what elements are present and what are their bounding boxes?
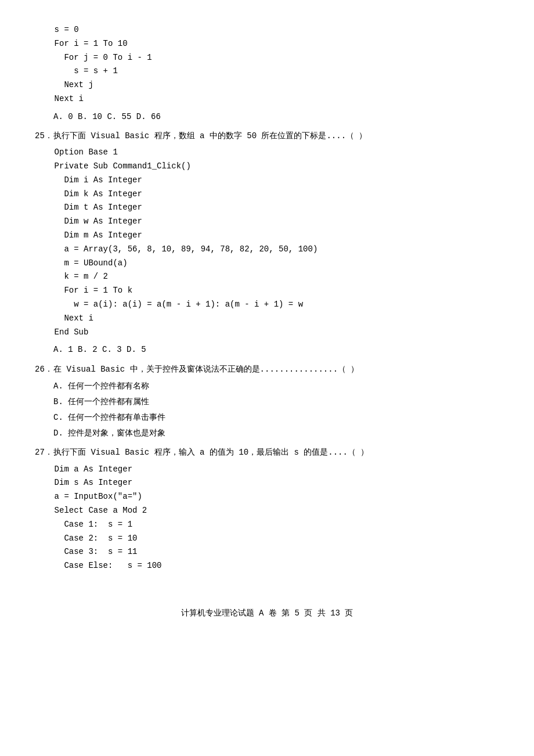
question-27-line: 27． 执行下面 Visual Basic 程序，输入 a 的值为 10，最后输… xyxy=(35,445,499,460)
q26-text: 在 Visual Basic 中，关于控件及窗体说法不正确的是.........… xyxy=(53,362,499,377)
question-26-line: 26． 在 Visual Basic 中，关于控件及窗体说法不正确的是.....… xyxy=(35,362,499,377)
page-content: s = 0 For i = 1 To 10 For j = 0 To i - 1… xyxy=(35,23,499,618)
page-footer: 计算机专业理论试题 A 卷 第 5 页 共 13 页 xyxy=(35,608,499,618)
question-25-line: 25． 执行下面 Visual Basic 程序，数组 a 中的数字 50 所在… xyxy=(35,129,499,143)
q26-option-a: A. 任何一个控件都有名称 xyxy=(53,379,499,394)
q26-option-b: B. 任何一个控件都有属性 xyxy=(53,395,499,409)
q26-option-d: D. 控件是对象，窗体也是对象 xyxy=(53,426,499,441)
q26-option-c: C. 任何一个控件都有单击事件 xyxy=(53,411,499,425)
q25-number: 25． xyxy=(35,129,53,143)
q27-text: 执行下面 Visual Basic 程序，输入 a 的值为 10，最后输出 s … xyxy=(53,445,499,460)
top-answer-options: A. 0 B. 10 C. 55 D. 66 xyxy=(53,110,499,124)
top-code-block: s = 0 For i = 1 To 10 For j = 0 To i - 1… xyxy=(35,23,499,106)
q25-options: A. 1 B. 2 C. 3 D. 5 xyxy=(53,343,499,357)
q26-number: 26． xyxy=(35,362,53,377)
q25-text: 执行下面 Visual Basic 程序，数组 a 中的数字 50 所在位置的下… xyxy=(53,129,499,143)
q27-code: Dim a As Integer Dim s As Integer a = In… xyxy=(35,463,499,573)
q25-code: Option Base 1 Private Sub Command1_Click… xyxy=(35,146,499,339)
q27-number: 27． xyxy=(35,445,53,460)
